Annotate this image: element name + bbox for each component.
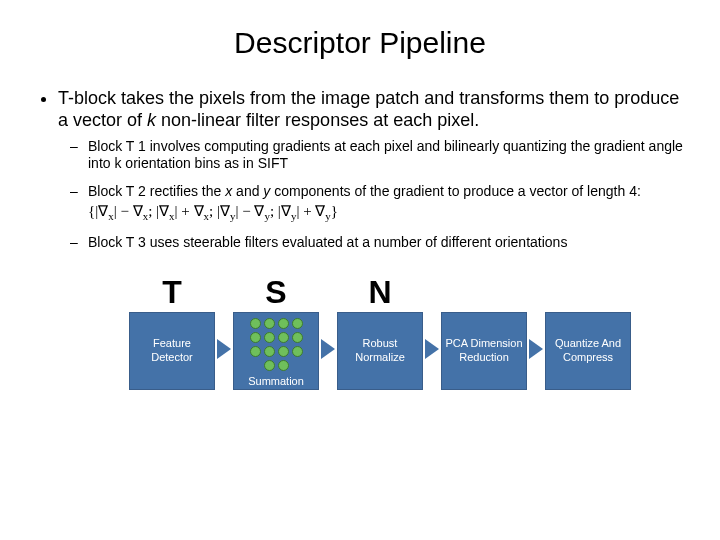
stage3-letter: N: [368, 274, 391, 310]
bullet-main-suffix: non-linear filter responses at each pixe…: [156, 110, 479, 130]
stage-summation: S Summation: [233, 274, 319, 390]
bullet-sub-list: Block T 1 involves computing gradients a…: [58, 138, 690, 252]
bullet-sub-1: Block T 1 involves computing gradients a…: [88, 138, 690, 173]
arrow-4: [527, 310, 545, 388]
formula: {|∇x| − ∇x; |∇x| + ∇x; |∇y| − ∇y; |∇y| +…: [88, 202, 690, 224]
bullet-sub-2: Block T 2 rectifies the x and y componen…: [88, 183, 690, 224]
arrow-icon: [425, 339, 439, 359]
arrow-2: [319, 310, 337, 388]
formula-text: {|∇x| − ∇x; |∇x| + ∇x; |∇y| − ∇y; |∇y| +…: [88, 203, 338, 219]
stage1-letter: T: [162, 274, 182, 310]
arrow-icon: [321, 339, 335, 359]
arrow-1: [215, 310, 233, 388]
bullet-main: T-block takes the pixels from the image …: [58, 88, 690, 252]
stage4-label: PCA Dimension Reduction: [444, 337, 524, 365]
sub2-prefix: Block T 2 rectifies the: [88, 183, 225, 199]
pipeline-diagram: T Feature Detector S Summation N Robust …: [30, 274, 690, 390]
stage2-label: Summation: [234, 375, 318, 387]
stage-normalize: N Robust Normalize: [337, 274, 423, 390]
stage3-block: Robust Normalize: [337, 312, 423, 390]
stage-quantize: Quantize And Compress: [545, 274, 631, 390]
stage4-block: PCA Dimension Reduction: [441, 312, 527, 390]
bullet-main-prefix: T-block: [58, 88, 116, 108]
stage-pca: PCA Dimension Reduction: [441, 274, 527, 390]
stage5-block: Quantize And Compress: [545, 312, 631, 390]
stage1-block: Feature Detector: [129, 312, 215, 390]
sub2-mid2: components of the gradient to produce a …: [270, 183, 640, 199]
bullet-list: T-block takes the pixels from the image …: [30, 88, 690, 252]
sub2-mid1: and: [232, 183, 263, 199]
arrow-3: [423, 310, 441, 388]
stage1-label: Feature Detector: [132, 337, 212, 365]
arrow-icon: [217, 339, 231, 359]
slide-root: Descriptor Pipeline T-block takes the pi…: [0, 0, 720, 540]
stage-feature-detector: T Feature Detector: [129, 274, 215, 390]
summation-dots-icon: [234, 319, 318, 371]
stage5-label: Quantize And Compress: [548, 337, 628, 365]
bullet-sub-3: Block T 3 uses steerable filters evaluat…: [88, 234, 690, 252]
stage2-block: Summation: [233, 312, 319, 390]
arrow-icon: [529, 339, 543, 359]
slide-title: Descriptor Pipeline: [30, 26, 690, 60]
stage3-label: Robust Normalize: [340, 337, 420, 365]
bullet-main-k: k: [147, 110, 156, 130]
stage2-letter: S: [265, 274, 286, 310]
